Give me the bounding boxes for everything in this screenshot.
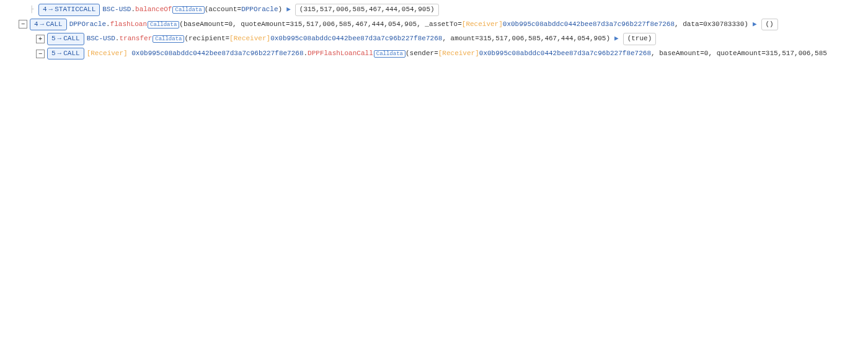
address-link[interactable]: 0x0b995c08abddc0442bee87d3a7c96b227f8e72… — [270, 35, 442, 42]
call-signature: BSC-USD.transferCalldata(recipient=[Rece… — [87, 33, 610, 45]
arrow-icon: → — [40, 19, 45, 30]
calldata-badge[interactable]: Calldata — [153, 35, 184, 43]
arrow-icon: → — [58, 48, 62, 59]
return-value: (true) — [623, 33, 657, 45]
contract-name[interactable]: BSC-USD — [87, 35, 115, 42]
play-icon[interactable]: ▶ — [751, 19, 759, 30]
toggle-icon[interactable]: − — [19, 20, 27, 28]
depth-badge[interactable]: 4→STATICCALL — [38, 4, 100, 16]
method-name[interactable]: flashLoan — [110, 20, 147, 28]
receiver-tag: [Receiver] — [229, 35, 270, 42]
return-value: () — [761, 19, 778, 31]
calldata-badge[interactable]: Calldata — [172, 6, 204, 14]
tree-branch-icon: ├ — [27, 4, 36, 15]
param-text: , amount=315,517,006,585,467,444,054,905… — [442, 35, 610, 42]
param-text: (account= — [205, 6, 241, 13]
method-name[interactable]: DPPFlashLoanCall — [308, 50, 373, 57]
contract-name[interactable]: DPPOracle — [69, 20, 106, 28]
depth-number: 5 — [51, 48, 56, 59]
receiver-tag: [Receiver] — [438, 50, 479, 57]
call-signature: BSC-USD.balanceOfCalldata(account=DPPOra… — [102, 4, 282, 15]
address-link[interactable]: 0x0b995c08abddc0442bee87d3a7c96b227f8e72… — [479, 50, 651, 57]
param-text: (true) — [627, 35, 652, 42]
call-trace: ├4→STATICCALLBSC-USD.balanceOfCalldata(a… — [0, 2, 868, 61]
arrow-icon: → — [49, 4, 53, 15]
param-text: (baseAmount=0, quoteAmount=315,517,006,5… — [179, 20, 461, 28]
arrow-icon: → — [58, 33, 62, 45]
contract-name[interactable]: BSC-USD — [102, 6, 131, 13]
method-name[interactable]: balanceOf — [135, 6, 172, 13]
calldata-badge[interactable]: Calldata — [148, 21, 179, 28]
play-icon[interactable]: ▶ — [613, 33, 621, 45]
trace-row: −4→CALLDPPOracle.flashLoanCalldata(baseA… — [0, 17, 868, 32]
receiver-tag: [Receiver] — [87, 50, 128, 57]
depth-number: 4 — [34, 19, 38, 30]
depth-number: 4 — [43, 4, 47, 15]
call-signature: [Receiver] 0x0b995c08abddc0442bee87d3a7c… — [87, 48, 827, 59]
call-type: CALL — [46, 19, 62, 30]
call-signature: DPPOracle.flashLoanCalldata(baseAmount=0… — [69, 19, 748, 30]
param-text: , data=0x30783330) — [675, 20, 748, 28]
depth-badge[interactable]: 5→CALL — [47, 48, 84, 60]
address-link[interactable]: DPPOracle — [241, 6, 278, 13]
param-text: (recipient= — [184, 35, 229, 42]
receiver-tag: [Receiver] — [462, 20, 503, 28]
play-icon[interactable]: ▶ — [285, 4, 293, 15]
calldata-badge[interactable]: Calldata — [374, 50, 405, 58]
address-link[interactable]: 0x0b995c08abddc0442bee87d3a7c96b227f8e72… — [503, 20, 675, 28]
param-text: () — [766, 20, 774, 28]
depth-number: 5 — [51, 33, 56, 45]
trace-row: −5→CALL[Receiver] 0x0b995c08abddc0442bee… — [0, 46, 868, 61]
depth-badge[interactable]: 5→CALL — [47, 33, 84, 45]
call-type: CALL — [63, 33, 79, 45]
toggle-icon[interactable]: − — [36, 50, 45, 58]
return-value: (315,517,006,585,467,444,054,905) — [295, 4, 439, 16]
method-name[interactable]: transfer — [119, 35, 152, 42]
param-text: (315,517,006,585,467,444,054,905) — [299, 6, 435, 13]
toggle-icon[interactable]: + — [36, 35, 45, 43]
call-type: CALL — [63, 48, 79, 59]
param-text: (sender= — [405, 50, 438, 57]
address-link[interactable]: 0x0b995c08abddc0442bee87d3a7c96b227f8e72… — [131, 50, 303, 57]
param-text: ) — [278, 6, 283, 13]
trace-row: ├4→STATICCALLBSC-USD.balanceOfCalldata(a… — [0, 2, 868, 17]
param-text: , baseAmount=0, quoteAmount=315,517,006,… — [651, 50, 827, 57]
call-type: STATICCALL — [55, 4, 95, 15]
depth-badge[interactable]: 4→CALL — [30, 19, 67, 31]
trace-row: +5→CALLBSC-USD.transferCalldata(recipien… — [0, 32, 868, 46]
